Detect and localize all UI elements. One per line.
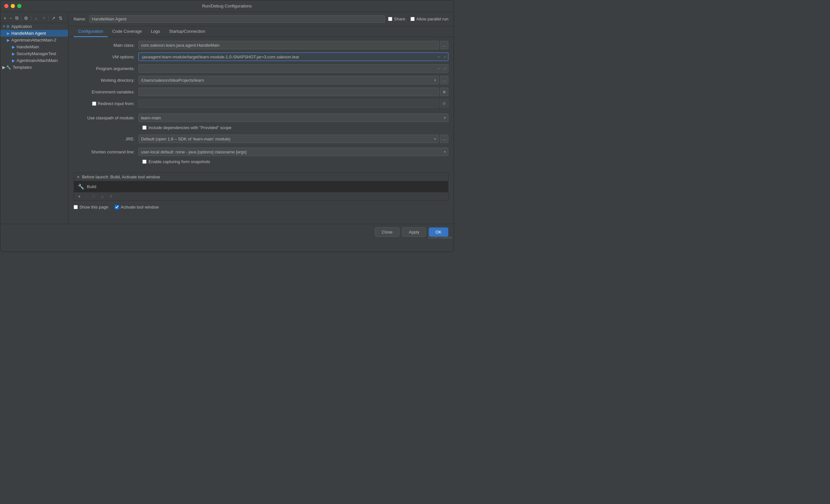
classpath-select-wrapper: learn-main ▼ [138, 114, 448, 122]
build-icon: 🔧 [78, 184, 84, 190]
sidebar-item-securitymanager[interactable]: ▶ SecurityManagerTest [0, 50, 68, 57]
spacer-4 [73, 167, 448, 170]
before-launch-add-button[interactable]: + [76, 193, 82, 199]
tab-startup-connection[interactable]: Startup/Connection [165, 26, 210, 37]
titlebar: Run/Debug Configurations [0, 0, 454, 12]
sidebar-item-label-4: SecurityManagerTest [17, 51, 56, 56]
tab-code-coverage[interactable]: Code Coverage [108, 26, 146, 37]
apply-button[interactable]: Apply [402, 227, 426, 237]
close-window-button[interactable] [4, 4, 8, 8]
env-vars-input[interactable] [138, 88, 439, 96]
remove-config-button[interactable]: − [8, 15, 13, 22]
move-config-button[interactable]: ↗ [50, 15, 57, 22]
sidebar-item-agentmain-2[interactable]: ▶ AgentmainAttachMain-2 [0, 37, 68, 43]
prog-args-wrapper: + ⤢ [138, 64, 448, 73]
program-args-row: Program arguments: + ⤢ [73, 64, 448, 73]
activate-window-checkbox-label[interactable]: Activate tool window [115, 204, 159, 210]
shorten-cmd-field: user-local default: none - java [options… [138, 148, 448, 156]
jre-row: JRE: Default (open 1.8 – SDK of 'learn-m… [73, 135, 448, 143]
vm-fullscreen-button[interactable]: ⤢ [442, 54, 448, 60]
jre-select[interactable]: Default (open 1.8 – SDK of 'learn-main' … [138, 135, 439, 143]
close-button[interactable]: Close [375, 227, 399, 237]
vm-options-label: VM options: [73, 55, 138, 59]
content-panel: Name: Share Allow parallel run Configura… [68, 12, 454, 224]
prog-expand-btns: + ⤢ [436, 65, 448, 71]
shorten-cmd-select[interactable]: user-local default: none - java [options… [138, 148, 448, 156]
show-page-checkbox-label[interactable]: Show this page [73, 204, 108, 210]
redirect-input-row: Redirect input from: ⊞ [73, 99, 448, 108]
window-title: Run/Debug Configurations [202, 4, 252, 8]
share-checkbox-label[interactable]: Share [388, 17, 405, 22]
redirect-checkbox[interactable] [92, 101, 96, 106]
env-vars-row: Environment variables: ⊞ [73, 88, 448, 96]
enable-capturing-row: Enable capturing form snapshots [73, 159, 448, 164]
run-icon-4: ▶ [12, 52, 15, 56]
sidebar-item-handlemain-agent[interactable]: ▶ HandleMain Agent [0, 30, 68, 37]
share-checkbox[interactable] [388, 17, 392, 21]
bottom-options-row: Show this page Activate tool window [73, 203, 448, 211]
working-dir-input[interactable] [138, 76, 439, 84]
prog-expand-button[interactable]: + [436, 65, 442, 71]
sidebar-item-agentmain[interactable]: ▶ AgentmainAttachMain [0, 57, 68, 64]
working-dir-label: Working directory: [73, 78, 138, 83]
application-group-icon: ⚙ [6, 24, 10, 29]
classpath-select[interactable]: learn-main [138, 114, 448, 122]
copy-config-button[interactable]: ⧉ [14, 14, 20, 22]
redirect-browse-button[interactable]: ⊞ [440, 99, 448, 108]
shorten-cmd-row: Shorten command line: user-local default… [73, 148, 448, 156]
redirect-input[interactable] [138, 99, 439, 108]
activate-window-label: Activate tool window [121, 204, 159, 210]
before-launch-remove-button: − [84, 193, 90, 199]
before-launch-up-button: ▲ [99, 193, 106, 199]
main-class-row: Main class: … [73, 41, 448, 49]
ok-button[interactable]: OK [428, 227, 448, 237]
name-input[interactable] [89, 15, 385, 23]
window-controls [4, 4, 22, 8]
show-page-label: Show this page [79, 204, 108, 210]
run-icon-2: ▶ [7, 38, 10, 42]
activate-window-checkbox[interactable] [115, 205, 119, 209]
share-row: Share Allow parallel run [388, 17, 448, 22]
tab-configuration[interactable]: Configuration [73, 26, 108, 37]
prog-fullscreen-button[interactable]: ⤢ [442, 65, 448, 71]
vm-expand-button[interactable]: + [436, 54, 442, 60]
jre-browse-button[interactable]: … [440, 135, 448, 143]
main-class-browse-button[interactable]: … [440, 41, 448, 49]
enable-capturing-label[interactable]: Enable capturing form snapshots [149, 159, 210, 164]
redirect-input-label: Redirect input from: [73, 101, 138, 106]
allow-parallel-checkbox[interactable] [411, 17, 415, 21]
sidebar-item-handlemain[interactable]: ▶ HandleMain [0, 43, 68, 50]
allow-parallel-checkbox-label[interactable]: Allow parallel run [411, 17, 448, 22]
toolbar-separator-3 [49, 15, 49, 21]
sidebar-item-templates[interactable]: ▶ 🔧 Templates [0, 64, 68, 71]
form-content: Main class: … VM options: + ⤢ [68, 37, 454, 224]
main-class-label: Main class: [73, 43, 138, 48]
redirect-field: ⊞ [138, 99, 448, 108]
settings-config-button[interactable]: ⚙ [23, 15, 30, 22]
vm-options-input[interactable] [138, 53, 448, 61]
sidebar-item-templates-label: Templates [13, 65, 32, 70]
tab-logs[interactable]: Logs [146, 26, 164, 37]
before-launch-edit-button: ✎ [91, 193, 97, 199]
add-config-button[interactable]: + [2, 15, 7, 22]
main-class-input[interactable] [138, 41, 439, 49]
program-args-input[interactable] [138, 64, 448, 73]
move-down-button: ▼ [40, 15, 47, 22]
maximize-window-button[interactable] [17, 4, 22, 8]
include-deps-label[interactable]: Include dependencies with "Provided" sco… [149, 125, 231, 130]
working-dir-field: ▼ … [138, 76, 448, 84]
main-class-field: … [138, 41, 448, 49]
sidebar-group-application[interactable]: ▼ ⚙ Application [0, 23, 68, 30]
shorten-cmd-label: Shorten command line: [73, 150, 138, 154]
show-page-checkbox[interactable] [73, 205, 78, 209]
minimize-window-button[interactable] [11, 4, 15, 8]
include-deps-checkbox[interactable] [142, 126, 147, 130]
enable-capturing-checkbox[interactable] [142, 160, 147, 164]
before-launch-item-label: Build [87, 184, 96, 189]
sort-config-button[interactable]: ⇅ [57, 15, 64, 22]
working-dir-browse-button[interactable]: … [440, 76, 448, 84]
before-launch-header[interactable]: ▼ Before launch: Build, Activate tool wi… [74, 173, 448, 181]
before-launch-title: Before launch: Build, Activate tool wind… [82, 175, 160, 179]
redirect-checkbox-label[interactable]: Redirect input from: [73, 101, 134, 106]
env-vars-browse-button[interactable]: ⊞ [440, 88, 448, 96]
